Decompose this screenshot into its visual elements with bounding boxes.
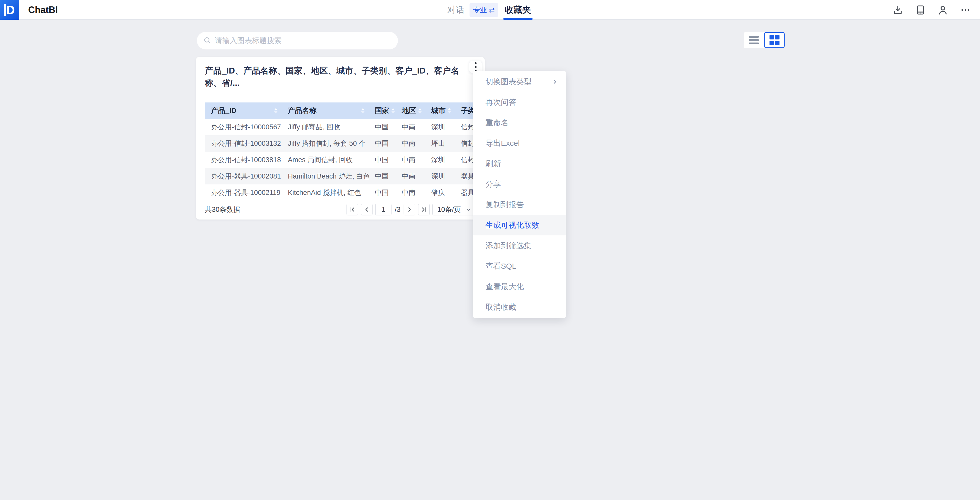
sort-icon bbox=[391, 108, 395, 113]
tab-favorites[interactable]: 收藏夹 bbox=[503, 0, 533, 20]
menu-item-unfavorite[interactable]: 取消收藏 bbox=[473, 297, 566, 317]
column-header-label: 国家 bbox=[375, 106, 389, 116]
chart-search bbox=[197, 32, 398, 49]
chevron-right-icon bbox=[551, 78, 558, 85]
app-title: ChatBI bbox=[28, 0, 58, 20]
menu-item-label: 取消收藏 bbox=[485, 302, 516, 312]
table-cell: 肇庆 bbox=[425, 185, 455, 201]
table-cell: Hamilton Beach 炉灶, 白色 bbox=[282, 168, 369, 185]
list-view-button[interactable] bbox=[744, 32, 764, 48]
chart-title: 产品_ID、产品名称、国家、地区、城市、子类别、客户_ID、客户名称、省/... bbox=[205, 65, 465, 89]
table-cell: 中南 bbox=[396, 185, 425, 201]
column-header[interactable]: 产品_ID bbox=[205, 102, 282, 119]
sort-icon bbox=[361, 108, 365, 113]
table-cell: Jiffy 搭扣信封, 每套 50 个 bbox=[282, 135, 369, 152]
table-cell: 办公用-器具-10002119 bbox=[205, 185, 282, 201]
table-cell: 深圳 bbox=[425, 119, 455, 135]
download-icon[interactable] bbox=[892, 5, 903, 15]
mode-badge[interactable]: 专业 ⇄ bbox=[469, 3, 498, 17]
tablet-icon[interactable] bbox=[915, 5, 926, 15]
table-row: 办公用-信封-10000567Jiffy 邮寄品, 回收中国中南深圳信封 bbox=[205, 119, 476, 135]
more-icon[interactable] bbox=[960, 5, 971, 15]
user-icon[interactable] bbox=[937, 5, 948, 15]
menu-item-refresh[interactable]: 刷新 bbox=[473, 153, 566, 174]
column-header[interactable]: 国家 bbox=[369, 102, 396, 119]
menu-item-ask-again[interactable]: 再次问答 bbox=[473, 92, 566, 113]
menu-item-export-excel[interactable]: 导出Excel bbox=[473, 133, 566, 153]
nav-tabs: 对话 专业 ⇄ 收藏夹 bbox=[447, 0, 533, 20]
table-cell: 坪山 bbox=[425, 135, 455, 152]
column-header-label: 地区 bbox=[402, 106, 416, 116]
table-cell: 深圳 bbox=[425, 168, 455, 185]
table-cell: 中南 bbox=[396, 152, 425, 168]
table-cell: 器具 bbox=[455, 185, 476, 201]
favorite-chart-card: 产品_ID、产品名称、国家、地区、城市、子类别、客户_ID、客户名称、省/...… bbox=[196, 57, 485, 220]
logo-d-icon: D bbox=[4, 4, 14, 16]
search-input[interactable] bbox=[215, 37, 392, 45]
menu-item-share[interactable]: 分享 bbox=[473, 174, 566, 194]
chevron-down-icon bbox=[466, 207, 472, 213]
table-body: 办公用-信封-10000567Jiffy 邮寄品, 回收中国中南深圳信封办公用-… bbox=[205, 119, 476, 201]
table-cell: 办公用-信封-10003818 bbox=[205, 152, 282, 168]
table-cell: 办公用-器具-10002081 bbox=[205, 168, 282, 185]
page-count-label: /3 bbox=[395, 206, 401, 213]
table-row: 办公用-器具-10002119KitchenAid 搅拌机, 红色中国中南肇庆器… bbox=[205, 185, 476, 201]
column-header[interactable]: 子类别 bbox=[455, 102, 476, 119]
grid-view-button[interactable] bbox=[764, 32, 784, 48]
app-logo[interactable]: D bbox=[0, 0, 19, 20]
column-header[interactable]: 地区 bbox=[396, 102, 425, 119]
table-head: 产品_ID产品名称国家地区城市子类别 bbox=[205, 102, 476, 119]
menu-item-label: 刷新 bbox=[485, 159, 501, 169]
menu-item-view-maximize[interactable]: 查看最大化 bbox=[473, 276, 566, 297]
page-size-select[interactable]: 10条/页 bbox=[432, 204, 476, 215]
sort-icon bbox=[418, 108, 422, 113]
table-row: 办公用-器具-10002081Hamilton Beach 炉灶, 白色中国中南… bbox=[205, 168, 476, 185]
menu-item-copy-to-report[interactable]: 复制到报告 bbox=[473, 194, 566, 215]
menu-item-label: 分享 bbox=[485, 179, 501, 189]
menu-item-generate-visual-query[interactable]: 生成可视化取数 bbox=[473, 215, 566, 236]
top-navbar: D ChatBI 对话 专业 ⇄ 收藏夹 bbox=[0, 0, 980, 20]
menu-item-switch-chart-type[interactable]: 切换图表类型 bbox=[473, 72, 566, 92]
table-cell: 中国 bbox=[369, 185, 396, 201]
list-view-icon bbox=[749, 36, 759, 44]
swap-mode-icon: ⇄ bbox=[489, 6, 495, 14]
first-page-button[interactable] bbox=[347, 204, 358, 215]
mode-badge-label: 专业 bbox=[473, 5, 487, 14]
column-header[interactable]: 产品名称 bbox=[282, 102, 369, 119]
page-number-input[interactable] bbox=[375, 204, 391, 215]
total-count-label: 共30条数据 bbox=[205, 205, 240, 214]
search-icon bbox=[203, 36, 211, 45]
next-page-button[interactable] bbox=[404, 204, 415, 215]
menu-item-label: 复制到报告 bbox=[485, 199, 524, 210]
prev-page-button[interactable] bbox=[361, 204, 372, 215]
table-cell: 中国 bbox=[369, 168, 396, 185]
table-cell: 办公用-信封-10003132 bbox=[205, 135, 282, 152]
menu-item-add-to-filter-set[interactable]: 添加到筛选集 bbox=[473, 236, 566, 256]
table-cell: 器具 bbox=[455, 168, 476, 185]
table-cell: 深圳 bbox=[425, 152, 455, 168]
table-cell: 中国 bbox=[369, 119, 396, 135]
table-cell: 信封 bbox=[455, 152, 476, 168]
active-tab-underline bbox=[503, 18, 533, 20]
tab-chat[interactable]: 对话 bbox=[447, 4, 464, 16]
table-row: 办公用-信封-10003818Ames 局间信封, 回收中国中南深圳信封 bbox=[205, 152, 476, 168]
menu-item-label: 重命名 bbox=[485, 118, 509, 128]
last-page-button[interactable] bbox=[418, 204, 430, 215]
menu-item-label: 查看最大化 bbox=[485, 282, 524, 292]
pagination-bar: 共30条数据 /3 10条/页 bbox=[205, 203, 476, 216]
table-cell: 中南 bbox=[396, 168, 425, 185]
table-cell: 中国 bbox=[369, 135, 396, 152]
table-cell: Ames 局间信封, 回收 bbox=[282, 152, 369, 168]
sort-icon bbox=[274, 108, 278, 113]
table-row: 办公用-信封-10003132Jiffy 搭扣信封, 每套 50 个中国中南坪山… bbox=[205, 135, 476, 152]
menu-item-view-sql[interactable]: 查看SQL bbox=[473, 256, 566, 276]
column-header[interactable]: 城市 bbox=[425, 102, 455, 119]
view-toggle bbox=[744, 32, 784, 48]
table-cell: 信封 bbox=[455, 119, 476, 135]
menu-item-label: 切换图表类型 bbox=[485, 76, 531, 87]
tab-favorites-label: 收藏夹 bbox=[505, 4, 531, 16]
column-header-label: 产品_ID bbox=[211, 106, 237, 116]
page-size-value: 10条/页 bbox=[438, 205, 461, 214]
menu-item-rename[interactable]: 重命名 bbox=[473, 113, 566, 133]
navbar-actions bbox=[892, 0, 971, 20]
